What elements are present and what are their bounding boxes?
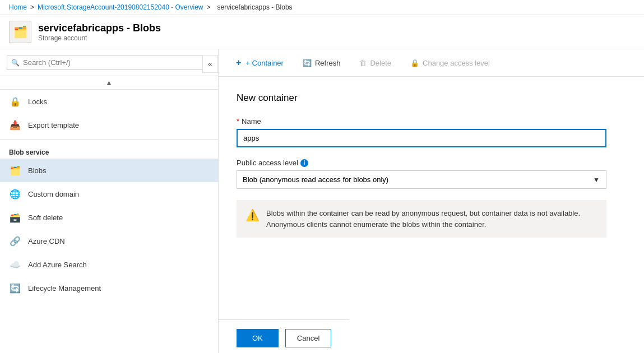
plus-icon: + xyxy=(236,58,241,68)
sidebar-search-container: 🔍 « xyxy=(0,49,218,76)
breadcrumb-sep2: > xyxy=(207,3,211,11)
name-required-star: * xyxy=(237,117,239,126)
sidebar-divider-blob xyxy=(0,139,218,140)
toolbar: + + Container 🔄 Refresh 🗑 Delete 🔒 Chang… xyxy=(219,49,644,77)
blobs-icon: 🗂️ xyxy=(9,164,21,176)
change-access-label: Change access level xyxy=(423,59,490,67)
delete-label: Delete xyxy=(370,59,391,67)
dialog-footer: OK Cancel xyxy=(219,319,349,353)
warning-icon: ⚠️ xyxy=(245,208,260,222)
sidebar-item-label-soft-delete: Soft delete xyxy=(28,213,63,222)
page-header-icon: 🗂️ xyxy=(9,21,31,43)
change-access-button[interactable]: 🔒 Change access level xyxy=(402,55,498,71)
export-template-icon: 📥 xyxy=(9,119,21,131)
access-label-text: Public access level xyxy=(237,159,298,167)
sidebar-section-blob: Blob service xyxy=(0,142,218,159)
content-area: + + Container 🔄 Refresh 🗑 Delete 🔒 Chang… xyxy=(219,49,644,353)
add-container-button[interactable]: + + Container xyxy=(228,54,292,72)
sidebar-item-blobs[interactable]: 🗂️ Blobs xyxy=(0,159,218,182)
sidebar-item-custom-domain[interactable]: 🌐 Custom domain xyxy=(0,182,218,206)
info-text: Blobs within the container can be read b… xyxy=(266,208,597,230)
name-form-group: * Name xyxy=(237,117,593,147)
breadcrumb: Home > Microsoft.StorageAccount-20190802… xyxy=(0,0,644,15)
page-header: 🗂️ servicefabricapps - Blobs Storage acc… xyxy=(0,15,644,49)
name-input[interactable] xyxy=(237,129,606,147)
soft-delete-icon: 🗃️ xyxy=(9,211,21,224)
container-label: + Container xyxy=(245,59,284,67)
sidebar-item-label-search: Add Azure Search xyxy=(28,261,87,269)
page-header-text: servicefabricapps - Blobs Storage accoun… xyxy=(38,22,161,42)
sidebar-item-export-template[interactable]: 📥 Export template xyxy=(0,113,218,137)
delete-icon: 🗑 xyxy=(359,59,367,67)
access-level-select[interactable]: Blob (anonymous read access for blobs on… xyxy=(237,170,606,189)
sidebar-item-label-custom-domain: Custom domain xyxy=(28,190,79,198)
access-level-form-group: Public access level i Blob (anonymous re… xyxy=(237,159,593,189)
custom-domain-icon: 🌐 xyxy=(9,188,21,200)
refresh-icon: 🔄 xyxy=(303,59,312,67)
sidebar-scroll: ▲ 🔒 Locks 📥 Export template Blob service… xyxy=(0,76,218,353)
storage-icon: 🗂️ xyxy=(13,25,27,39)
sidebar-item-label-locks: Locks xyxy=(28,97,47,106)
refresh-label: Refresh xyxy=(315,59,341,67)
sidebar-item-label-cdn: Azure CDN xyxy=(28,237,65,245)
locks-icon: 🔒 xyxy=(9,95,21,108)
dialog-area: New container * Name Public access level… xyxy=(219,77,644,353)
sidebar-item-label-lifecycle: Lifecycle Management xyxy=(28,284,101,292)
info-box: ⚠️ Blobs within the container can be rea… xyxy=(237,200,606,238)
page-subtitle: Storage account xyxy=(38,34,161,42)
ok-button[interactable]: OK xyxy=(237,329,279,347)
breadcrumb-sep1: > xyxy=(30,3,34,11)
sidebar: 🔍 « ▲ 🔒 Locks 📥 Export template Blob ser… xyxy=(0,49,219,353)
name-label: * Name xyxy=(237,117,593,126)
sidebar-collapse-button[interactable]: « xyxy=(202,55,218,73)
sidebar-item-soft-delete[interactable]: 🗃️ Soft delete xyxy=(0,206,218,229)
sidebar-item-azure-cdn[interactable]: 🔗 Azure CDN xyxy=(0,229,218,253)
breadcrumb-account[interactable]: Microsoft.StorageAccount-20190802152040 … xyxy=(38,3,203,11)
search-icon: 🔍 xyxy=(11,59,20,67)
delete-button[interactable]: 🗑 Delete xyxy=(351,55,400,71)
sidebar-item-label-export: Export template xyxy=(28,121,79,129)
breadcrumb-home[interactable]: Home xyxy=(9,3,27,11)
azure-search-icon: ☁️ xyxy=(9,258,21,271)
sidebar-item-label-blobs: Blobs xyxy=(28,166,47,175)
refresh-button[interactable]: 🔄 Refresh xyxy=(294,55,349,71)
sidebar-item-azure-search[interactable]: ☁️ Add Azure Search xyxy=(0,253,218,276)
access-info-icon[interactable]: i xyxy=(300,159,308,167)
search-input[interactable] xyxy=(7,55,211,70)
azure-cdn-icon: 🔗 xyxy=(9,235,21,247)
breadcrumb-current: servicefabricapps - Blobs xyxy=(217,3,293,11)
cancel-button[interactable]: Cancel xyxy=(285,329,331,347)
sidebar-item-lifecycle[interactable]: 🔄 Lifecycle Management xyxy=(0,276,218,300)
main-layout: 🔍 « ▲ 🔒 Locks 📥 Export template Blob ser… xyxy=(0,49,644,353)
page-title: servicefabricapps - Blobs xyxy=(38,22,161,34)
dialog-title: New container xyxy=(237,92,593,104)
name-label-text: Name xyxy=(242,117,261,126)
lock-icon: 🔒 xyxy=(410,59,419,67)
lifecycle-icon: 🔄 xyxy=(9,282,21,294)
new-container-dialog: New container * Name Public access level… xyxy=(219,77,611,253)
access-select-wrapper: Blob (anonymous read access for blobs on… xyxy=(237,170,606,189)
sidebar-item-locks[interactable]: 🔒 Locks xyxy=(0,90,218,113)
sidebar-scroll-up[interactable]: ▲ xyxy=(0,76,218,90)
access-label: Public access level i xyxy=(237,159,593,167)
